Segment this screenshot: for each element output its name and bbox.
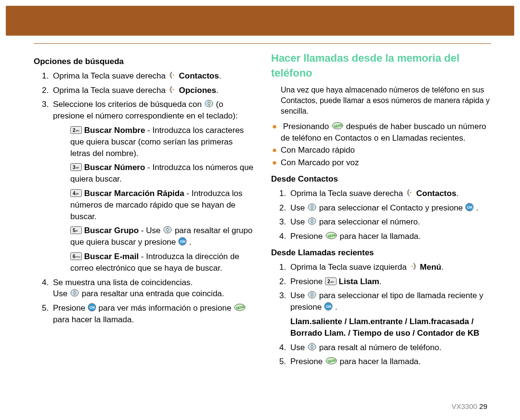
key-2-icon: 2abc xyxy=(70,126,82,134)
list-item: 6mno Buscar E-mail - Introduzca la direc… xyxy=(70,251,254,274)
key-3-icon: 3def xyxy=(70,163,82,171)
list-item: Oprima la Tecla suave izquierda Menú. xyxy=(288,262,491,273)
svg-text:jkl: jkl xyxy=(75,229,78,232)
nav-key-icon xyxy=(307,290,317,299)
key-4-icon: 4ghi xyxy=(70,189,82,197)
svg-text:abc: abc xyxy=(76,129,80,132)
list-item: Oprima la Tecla suave derecha Contactos. xyxy=(288,188,491,199)
list-item: Oprima la Tecla suave derecha Opciones. xyxy=(51,85,254,96)
send-key-icon: SEND xyxy=(331,121,344,130)
svg-point-49 xyxy=(311,345,313,348)
search-options: 2abc Buscar Nombre - Introduzca los cara… xyxy=(53,125,254,274)
list-item: 3def Buscar Número - Introduzca los núme… xyxy=(70,162,254,185)
left-column: Opciones de búsqueda Oprima la Tecla sua… xyxy=(34,51,254,401)
svg-point-24 xyxy=(74,292,76,294)
recientes-steps: Oprima la Tecla suave izquierda Menú. Pr… xyxy=(271,262,491,368)
svg-point-31 xyxy=(410,192,411,193)
key-6-icon: 6mno xyxy=(70,252,82,260)
nav-key-icon xyxy=(307,342,317,351)
page-content: Opciones de búsqueda Oprima la Tecla sua… xyxy=(34,51,491,401)
ok-key-icon: OK xyxy=(465,203,474,211)
svg-point-1 xyxy=(172,89,174,90)
left-steps: Oprima la Tecla suave derecha Contactos.… xyxy=(34,70,254,326)
svg-text:OK: OK xyxy=(180,239,186,244)
list-item: Seleccione los criterios de búsqueda con… xyxy=(51,99,254,274)
svg-text:OK: OK xyxy=(326,304,332,309)
list-item: 4ghi Buscar Marcación Rápida - Introduzc… xyxy=(70,188,254,222)
softkey-left-icon xyxy=(409,262,417,271)
list-item: Use para resalt al número de teléfono. xyxy=(288,342,491,354)
left-heading: Opciones de búsqueda xyxy=(34,56,254,67)
list-item: Oprima la Tecla suave derecha Contactos. xyxy=(51,70,254,82)
send-key-icon: SEND xyxy=(234,303,246,312)
list-item: Presionando SEND después de haber buscad… xyxy=(281,121,491,144)
list-item: Con Marcado rápido xyxy=(281,144,491,156)
right-title: Hacer llamadas desde la memoria del telé… xyxy=(271,51,491,81)
svg-point-40 xyxy=(412,265,413,267)
list-item: Con Marcado por voz xyxy=(281,157,491,169)
nav-key-icon xyxy=(307,217,317,225)
header-rule xyxy=(34,43,491,44)
nav-key-icon xyxy=(70,289,79,297)
key-2-icon: 2abc xyxy=(325,277,337,285)
list-item: Presione SEND para hacer la llamada. xyxy=(288,231,491,242)
sub-desde-contactos: Desde Contactos xyxy=(271,173,491,185)
svg-text:ghi: ghi xyxy=(76,192,79,195)
svg-text:mno: mno xyxy=(76,255,80,258)
list-item: Presione 2abc Lista Llam. xyxy=(288,276,491,288)
svg-point-45 xyxy=(311,294,313,296)
call-types: Llam.saliente / Llam.entrante / Llam.fra… xyxy=(290,316,491,339)
list-item: Presione OK para ver más información o p… xyxy=(51,302,254,326)
ok-key-icon: OK xyxy=(178,237,187,246)
list-item: Use para seleccionar el tipo de llamada … xyxy=(288,290,491,339)
ok-key-icon: OK xyxy=(88,303,96,312)
sub-llamadas-recientes: Desde Llamadas recientes xyxy=(271,247,491,259)
nav-key-icon xyxy=(307,203,317,211)
send-key-icon: SEND xyxy=(325,356,338,365)
svg-point-33 xyxy=(311,206,313,208)
svg-text:def: def xyxy=(76,166,79,169)
nav-key-icon xyxy=(204,99,214,108)
right-intro: Una vez que haya almacenado números de t… xyxy=(281,85,491,117)
nav-key-icon xyxy=(163,225,172,234)
svg-text:OK: OK xyxy=(90,305,95,310)
send-key-icon: SEND xyxy=(325,231,338,240)
model-number: VX3300 xyxy=(452,402,477,410)
list-item: Presione SEND para hacer la llamada. xyxy=(288,356,491,368)
svg-text:abc: abc xyxy=(330,280,335,283)
contactos-steps: Oprima la Tecla suave derecha Contactos.… xyxy=(271,188,491,242)
list-item: 5jkl Buscar Grupo - Use para resaltar el… xyxy=(70,225,254,248)
key-5-icon: 5jkl xyxy=(70,226,82,234)
header-bar xyxy=(6,6,514,36)
svg-point-17 xyxy=(167,229,169,231)
list-item: Se muestra una lista de coincidencias. U… xyxy=(51,277,254,300)
softkey-right-icon xyxy=(168,71,177,79)
page-footer: VX3300 29 xyxy=(452,401,487,411)
list-item: Use para seleccionar el número. xyxy=(288,216,491,228)
softkey-right-icon xyxy=(405,188,414,197)
list-item: 2abc Buscar Nombre - Introduzca los cara… xyxy=(70,125,254,159)
svg-point-3 xyxy=(208,103,210,105)
ok-key-icon: OK xyxy=(324,302,333,311)
list-item: Use para seleccionar el Contacto y presi… xyxy=(288,202,491,214)
bullets: Presionando SEND después de haber buscad… xyxy=(271,121,491,169)
svg-text:OK: OK xyxy=(467,205,473,210)
svg-point-0 xyxy=(172,74,174,76)
right-column: Hacer llamadas desde la memoria del telé… xyxy=(271,51,491,401)
page-number: 29 xyxy=(479,402,487,410)
svg-point-37 xyxy=(311,220,313,223)
softkey-right-icon xyxy=(168,85,177,94)
